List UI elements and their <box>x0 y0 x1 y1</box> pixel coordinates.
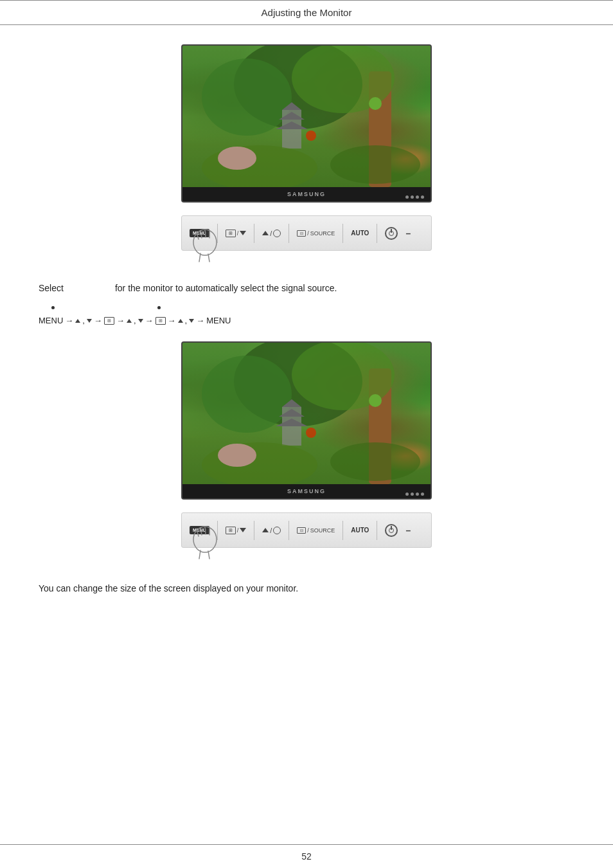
tri-down-path3 <box>189 319 194 323</box>
select-description: for the monitor to automatically select … <box>115 283 337 293</box>
page-footer: 52 <box>0 844 613 868</box>
bullet-line <box>51 306 574 309</box>
svg-point-3 <box>202 59 292 136</box>
ctrl-source2: ⊟ / SOURCE <box>297 527 335 534</box>
monitor1-buttons <box>405 195 424 199</box>
ctrl-source-box1: ⊟ <box>297 230 306 237</box>
select-line: Select for the monitor to automatically … <box>39 283 574 293</box>
ctrl-minus1: – <box>405 228 411 239</box>
page-title: Adjusting the Monitor <box>262 7 352 18</box>
btn-dot2 <box>411 195 414 199</box>
ctrl-box-icon2: ⊞ <box>226 527 236 534</box>
arrow2: → <box>94 316 102 325</box>
svg-line-37 <box>200 528 202 535</box>
monitor2-container: SAMSUNG <box>39 341 574 500</box>
tri-up-path3 <box>178 319 183 323</box>
btn-dot8 <box>421 493 424 496</box>
monitor2-buttons <box>405 493 424 496</box>
garden-scene1 <box>182 46 431 187</box>
garden-scene2 <box>182 343 431 484</box>
tri-up-path1 <box>75 319 80 323</box>
ctrl-sep4 <box>342 224 343 243</box>
svg-line-19 <box>199 253 200 262</box>
btn-dot3 <box>416 195 419 199</box>
comma2: , <box>134 316 136 325</box>
hand-cursor2-svg <box>189 523 221 562</box>
ctrl-circle2 <box>273 527 281 534</box>
btn-dot7 <box>416 493 419 496</box>
hand-cursor1-svg <box>189 226 221 265</box>
ctrl-source1: ⊟ / SOURCE <box>297 230 335 237</box>
ctrl-power-line2 <box>391 526 392 530</box>
samsung-logo2: SAMSUNG <box>287 488 326 494</box>
ctrl-tri-up2 <box>262 528 269 532</box>
page-wrapper: Adjusting the Monitor <box>0 0 613 593</box>
tri-down-path1 <box>87 319 92 323</box>
monitor2-screen <box>182 343 431 484</box>
controlbar2-container: MENU ⊞ / / ⊟ <box>39 512 574 548</box>
samsung-logo1: SAMSUNG <box>287 191 326 197</box>
ctrl-source-label2: SOURCE <box>310 527 335 534</box>
tri-down-path2 <box>138 319 143 323</box>
ctrl-auto2: AUTO <box>351 527 369 534</box>
ctrl-source-box2: ⊟ <box>297 527 306 534</box>
ctrl-power2 <box>385 524 398 537</box>
ctrl-sep7 <box>254 521 254 540</box>
page-header: Adjusting the Monitor <box>0 0 613 25</box>
tri-up-path2 <box>127 319 132 323</box>
btn-dot4 <box>421 195 424 199</box>
monitor2-bottom-bar: SAMSUNG <box>182 484 431 498</box>
ctrl-power-line1 <box>391 229 392 233</box>
svg-point-10 <box>369 97 382 110</box>
svg-line-40 <box>199 550 200 559</box>
comma1: , <box>82 316 85 325</box>
ctrl-sep2 <box>254 224 254 243</box>
svg-line-17 <box>205 230 206 237</box>
monitor1-frame: SAMSUNG <box>181 44 432 203</box>
hand-cursor2 <box>189 523 221 564</box>
arrow4: → <box>145 316 154 325</box>
ctrl-tri-down1 <box>240 231 246 235</box>
monitor1-container: SAMSUNG <box>39 44 574 203</box>
svg-point-30 <box>306 428 316 438</box>
page-number: 52 <box>301 851 312 862</box>
ctrl-up-circle2: / <box>262 527 281 534</box>
menu-path-menu: MENU <box>39 316 63 325</box>
ctrl-source-label1: SOURCE <box>310 230 335 237</box>
arrow3: → <box>116 316 125 325</box>
svg-point-33 <box>330 442 420 481</box>
menu-path-end: MENU <box>206 316 231 325</box>
svg-line-41 <box>208 551 209 559</box>
hand-cursor1 <box>189 226 221 267</box>
monitor1-bottom-bar: SAMSUNG <box>182 187 431 201</box>
ctrl-box-icon1: ⊞ <box>226 230 236 237</box>
controlbar1-container: MENU ⊞ / / <box>39 215 574 251</box>
ctrl-power-inner2 <box>389 528 394 533</box>
arrow5: → <box>168 316 176 325</box>
box-icon-path1: ⊞ <box>104 317 114 325</box>
select-section: Select for the monitor to automatically … <box>39 283 574 293</box>
ctrl-sep5 <box>377 224 377 243</box>
ctrl-minus2: – <box>405 525 411 536</box>
btn-dot1 <box>405 195 409 199</box>
comma3: , <box>185 316 188 325</box>
ctrl-tri-up1 <box>262 231 269 235</box>
ctrl-sep9 <box>342 521 343 540</box>
monitor1-screen <box>182 46 431 187</box>
svg-point-31 <box>369 394 382 407</box>
monitor2-frame: SAMSUNG <box>181 341 432 500</box>
ctrl-power1 <box>385 227 398 240</box>
ctrl-circle1 <box>273 230 281 237</box>
svg-point-13 <box>218 147 256 170</box>
bullet-dot1 <box>51 306 55 309</box>
ctrl-up-circle1: / <box>262 230 281 237</box>
ctrl-box-down1: ⊞ / <box>226 230 247 237</box>
ctrl-auto1: AUTO <box>351 230 369 237</box>
btn-dot5 <box>405 493 409 496</box>
bottom-text: You can change the size of the screen di… <box>39 583 574 593</box>
ctrl-tri-down2 <box>240 528 246 532</box>
svg-line-36 <box>197 530 199 536</box>
ctrl-sep3 <box>289 224 289 243</box>
svg-line-38 <box>205 527 206 534</box>
svg-point-9 <box>306 131 316 141</box>
